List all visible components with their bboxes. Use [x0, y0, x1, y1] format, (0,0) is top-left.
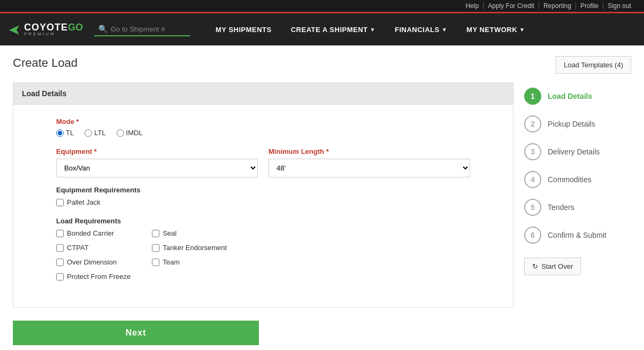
refresh-icon: ↻	[532, 262, 538, 270]
step-1[interactable]: 1 Load Details	[524, 82, 631, 110]
nav-items: MY SHIPMENTS CREATE A SHIPMENT ▼ FINANCI…	[206, 13, 635, 45]
utility-bar: Help Apply For Credit Reporting Profile …	[0, 0, 644, 12]
team-option[interactable]: Team	[152, 258, 227, 266]
nav-my-network[interactable]: MY NETWORK ▼	[457, 13, 534, 45]
load-req-group: Load Requirements Bonded Carrier CTPAT	[56, 217, 470, 284]
next-btn-container: Next	[13, 321, 513, 345]
logo-text: COYOTEGO PREMIUM	[24, 22, 83, 36]
apply-credit-link[interactable]: Apply For Credit	[484, 2, 539, 10]
nav-financials[interactable]: FINANCIALS ▼	[385, 13, 457, 45]
pallet-jack-option[interactable]: Pallet Jack	[56, 198, 470, 206]
bonded-carrier-checkbox[interactable]	[56, 230, 64, 237]
logo-go: GO	[68, 22, 83, 33]
start-over-button[interactable]: ↻ Start Over	[524, 258, 581, 275]
equipment-req-label: Equipment Requirements	[56, 186, 470, 194]
step-5[interactable]: 5 Tenders	[524, 193, 631, 221]
mode-ltl-option[interactable]: LTL	[85, 129, 105, 137]
team-checkbox[interactable]	[152, 259, 159, 266]
chevron-down-icon: ▼	[519, 27, 525, 33]
mode-imdl-radio[interactable]	[117, 129, 124, 137]
step-6-circle: 6	[524, 227, 541, 244]
tanker-endorsement-option[interactable]: Tanker Endorsement	[152, 244, 227, 252]
step-2-label: Pickup Details	[548, 120, 595, 128]
search-icon: 🔍	[98, 25, 108, 33]
steps-sidebar: 1 Load Details 2 Pickup Details 3 Delive…	[524, 82, 631, 345]
step-2-circle: 2	[524, 115, 541, 133]
equipment-group: Equipment * Box/Van Flatbed Reefer Stepd…	[56, 147, 258, 177]
mode-ltl-label: LTL	[94, 129, 105, 137]
over-dimension-option[interactable]: Over Dimension	[56, 258, 131, 266]
step-5-label: Tenders	[548, 203, 574, 212]
load-card: Load Details Mode * TL	[13, 82, 513, 308]
equipment-req-group: Equipment Requirements Pallet Jack	[56, 186, 470, 206]
load-req-checks: Bonded Carrier CTPAT Over Dimension	[56, 229, 470, 284]
mode-group: Mode * TL LTL	[56, 118, 470, 137]
logo: ➤ COYOTEGO PREMIUM	[9, 21, 83, 38]
next-button[interactable]: Next	[13, 321, 259, 345]
bonded-carrier-option[interactable]: Bonded Carrier	[56, 229, 131, 237]
main-layout: Load Details Mode * TL	[13, 82, 631, 345]
mode-imdl-label: IMDL	[126, 129, 143, 137]
ctpat-checkbox[interactable]	[56, 244, 64, 252]
page-content: Create Load Load Templates (4) Load Deta…	[0, 45, 644, 350]
protect-freeze-checkbox[interactable]	[56, 273, 64, 281]
load-req-label: Load Requirements	[56, 217, 470, 225]
load-card-header: Load Details	[13, 83, 513, 105]
load-templates-button[interactable]: Load Templates (4)	[556, 56, 631, 74]
load-req-col1: Bonded Carrier CTPAT Over Dimension	[56, 229, 131, 284]
step-6-label: Confirm & Submit	[548, 231, 607, 239]
protect-freeze-label: Protect From Freeze	[67, 273, 131, 281]
equipment-select[interactable]: Box/Van Flatbed Reefer Stepdeck	[56, 159, 258, 177]
mode-imdl-option[interactable]: IMDL	[117, 129, 143, 137]
over-dimension-checkbox[interactable]	[56, 259, 64, 266]
mode-radio-group: TL LTL IMDL	[56, 129, 470, 137]
step-3[interactable]: 3 Delivery Details	[524, 138, 631, 166]
min-length-label: Minimum Length *	[269, 147, 470, 155]
over-dimension-label: Over Dimension	[67, 258, 117, 266]
step-4-circle: 4	[524, 171, 541, 188]
tanker-endorsement-checkbox[interactable]	[152, 244, 159, 252]
shipment-search-input[interactable]	[111, 25, 186, 33]
tanker-endorsement-label: Tanker Endorsement	[163, 244, 227, 252]
reporting-link[interactable]: Reporting	[539, 2, 576, 10]
logo-icon: ➤	[9, 21, 21, 38]
signout-link[interactable]: Sign out	[603, 2, 635, 10]
min-length-group: Minimum Length * 48' 53' 45' 40'	[269, 147, 470, 177]
load-card-body: Mode * TL LTL	[13, 105, 513, 307]
team-label: Team	[163, 258, 180, 266]
step-3-circle: 3	[524, 143, 541, 160]
pallet-jack-label: Pallet Jack	[67, 198, 101, 206]
bonded-carrier-label: Bonded Carrier	[67, 229, 114, 237]
chevron-down-icon: ▼	[370, 27, 375, 33]
step-1-circle: 1	[524, 88, 541, 105]
mode-tl-option[interactable]: TL	[56, 129, 74, 137]
mode-label: Mode *	[56, 118, 470, 126]
step-5-circle: 5	[524, 199, 541, 216]
mode-ltl-radio[interactable]	[85, 129, 92, 137]
protect-freeze-option[interactable]: Protect From Freeze	[56, 273, 131, 281]
step-6[interactable]: 6 Confirm & Submit	[524, 221, 631, 249]
step-4-label: Commodities	[548, 175, 592, 184]
form-area: Load Details Mode * TL	[13, 82, 513, 345]
chevron-down-icon: ▼	[442, 27, 447, 33]
pallet-jack-checkbox[interactable]	[56, 199, 64, 206]
help-link[interactable]: Help	[462, 2, 484, 10]
nav-create-shipment[interactable]: CREATE A SHIPMENT ▼	[281, 13, 385, 45]
min-length-select[interactable]: 48' 53' 45' 40'	[269, 159, 470, 177]
nav-my-shipments[interactable]: MY SHIPMENTS	[206, 13, 281, 45]
seal-option[interactable]: Seal	[152, 229, 227, 237]
step-3-label: Delivery Details	[548, 147, 600, 156]
profile-link[interactable]: Profile	[576, 2, 603, 10]
seal-checkbox[interactable]	[152, 230, 159, 237]
page-title: Create Load	[13, 56, 78, 70]
mode-tl-radio[interactable]	[56, 129, 64, 137]
mode-tl-label: TL	[66, 129, 74, 137]
load-req-col2: Seal Tanker Endorsement Team	[152, 229, 227, 284]
logo-coyote: COYOTE	[24, 22, 68, 33]
step-4[interactable]: 4 Commodities	[524, 166, 631, 193]
ctpat-option[interactable]: CTPAT	[56, 244, 131, 252]
step-2[interactable]: 2 Pickup Details	[524, 110, 631, 138]
search-area[interactable]: 🔍	[94, 22, 190, 36]
equipment-row: Equipment * Box/Van Flatbed Reefer Stepd…	[56, 147, 470, 177]
ctpat-label: CTPAT	[67, 244, 89, 252]
